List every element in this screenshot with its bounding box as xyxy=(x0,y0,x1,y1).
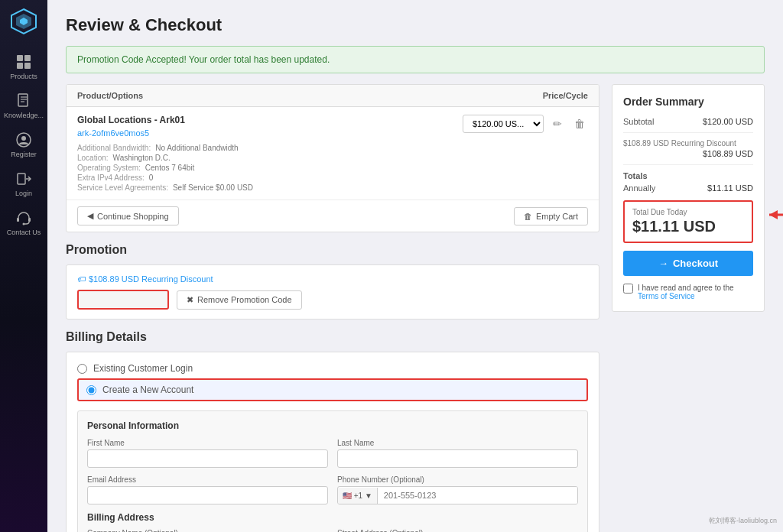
svg-point-17 xyxy=(23,223,25,225)
billing-title: Billing Details xyxy=(66,330,599,344)
promo-section: 🏷 $108.89 USD Recurring Discount ✖ Remov… xyxy=(66,264,599,320)
delete-button[interactable]: 🗑 xyxy=(571,116,588,131)
checkout-layout: Product/Options Price/Cycle Global Locat… xyxy=(66,84,765,532)
svg-rect-6 xyxy=(24,63,31,69)
annually-amount: $11.11 USD xyxy=(707,183,753,193)
tag-icon: 🏷 xyxy=(77,274,86,284)
logo[interactable] xyxy=(10,8,37,35)
phone-label: Phone Number (Optional) xyxy=(337,475,578,484)
promo-input-row: ✖ Remove Promotion Code xyxy=(77,290,588,310)
svg-rect-13 xyxy=(18,174,25,184)
sidebar-label-products: Products xyxy=(10,73,37,80)
email-group: Email Address xyxy=(87,475,328,504)
promo-banner: Promotion Code Accepted! Your order tota… xyxy=(66,46,765,73)
sidebar-label-knowledge: Knowledge... xyxy=(4,112,44,119)
checkout-left: Product/Options Price/Cycle Global Locat… xyxy=(66,84,599,532)
sidebar-label-contact: Contact Us xyxy=(7,229,41,236)
detail-ipv4: Extra IPv4 Address:0 xyxy=(77,174,253,182)
order-summary: Order Summary Subtotal $120.00 USD $108.… xyxy=(612,84,765,312)
price-select[interactable]: $120.00 US... xyxy=(463,115,544,133)
detail-sla: Service Level Agreements:Self Service $0… xyxy=(77,183,253,192)
discount-amount: $108.89 USD xyxy=(623,149,753,158)
first-name-label: First Name xyxy=(87,439,328,447)
edit-button[interactable]: ✏ xyxy=(550,116,565,131)
product-name: Global Locations - Ark01 xyxy=(77,115,253,125)
phone-input[interactable] xyxy=(378,487,577,504)
billing-section: Existing Customer Login Create a New Acc… xyxy=(66,352,599,532)
order-row-main: Global Locations - Ark01 ark-2ofm6ve0mos… xyxy=(77,115,588,192)
phone-group: Phone Number (Optional) 🇺🇸 +1 ▼ xyxy=(337,475,578,504)
sidebar-label-register: Register xyxy=(11,151,37,158)
total-due-label: Total Due Today xyxy=(632,208,744,216)
svg-rect-7 xyxy=(18,94,28,106)
sidebar-item-contact[interactable]: Contact Us xyxy=(0,203,47,242)
new-account-radio[interactable] xyxy=(86,385,96,395)
terms-link[interactable]: Terms of Service xyxy=(638,292,694,300)
contact-row: Email Address Phone Number (Optional) 🇺🇸… xyxy=(87,475,578,504)
headset-icon xyxy=(15,209,32,226)
table-header: Product/Options Price/Cycle xyxy=(67,85,599,107)
back-icon: ◀ xyxy=(87,211,93,221)
main-content: Review & Checkout Promotion Code Accepte… xyxy=(47,0,783,532)
terms-checkbox[interactable] xyxy=(623,284,633,294)
phone-flag: 🇺🇸 +1 ▼ xyxy=(338,488,378,504)
radio-options: Existing Customer Login Create a New Acc… xyxy=(77,363,588,401)
arrow-annotation xyxy=(765,203,783,229)
company-street-row: Company Name (Optional) Street Address (… xyxy=(87,529,578,532)
divider-2 xyxy=(623,164,753,165)
first-name-input[interactable] xyxy=(87,449,328,468)
continue-shopping-button[interactable]: ◀ Continue Shopping xyxy=(77,206,179,225)
order-actions: ◀ Continue Shopping 🗑 Empty Cart xyxy=(67,200,599,232)
total-due-box: Total Due Today $11.11 USD xyxy=(623,200,753,243)
detail-location: Location:Washington D.C. xyxy=(77,154,253,162)
empty-cart-button[interactable]: 🗑 Empty Cart xyxy=(514,207,588,225)
totals-label: Totals xyxy=(623,171,753,180)
last-name-input[interactable] xyxy=(337,449,578,468)
sidebar-item-knowledge[interactable]: Knowledge... xyxy=(0,86,47,125)
sidebar-item-login[interactable]: Login xyxy=(0,164,47,203)
last-name-group: Last Name xyxy=(337,439,578,468)
first-name-group: First Name xyxy=(87,439,328,468)
user-circle-icon xyxy=(15,131,32,148)
discount-block: $108.89 USD Recurring Discount $108.89 U… xyxy=(623,139,753,158)
sidebar: Products Knowledge... Register Login Con… xyxy=(0,0,47,532)
company-label: Company Name (Optional) xyxy=(87,529,328,532)
total-due-amount: $11.11 USD xyxy=(632,218,744,235)
book-icon xyxy=(15,92,32,109)
billing-address-title: Billing Address xyxy=(87,512,578,523)
svg-rect-16 xyxy=(28,218,31,222)
new-account-option[interactable]: Create a New Account xyxy=(77,378,588,401)
checkout-icon: → xyxy=(658,258,668,269)
email-input[interactable] xyxy=(87,486,328,504)
personal-info-section: Personal Information First Name Last Nam… xyxy=(77,410,588,532)
email-label: Email Address xyxy=(87,475,328,484)
subtotal-row: Subtotal $120.00 USD xyxy=(623,117,753,126)
checkout-button[interactable]: → Checkout xyxy=(623,251,753,276)
terms-row: I have read and agree to the Terms of Se… xyxy=(623,284,753,300)
remove-icon: ✖ xyxy=(187,295,193,305)
name-row: First Name Last Name xyxy=(87,439,578,468)
remove-promo-button[interactable]: ✖ Remove Promotion Code xyxy=(177,290,302,310)
detail-bandwidth: Additional Bandwidth:No Additional Bandw… xyxy=(77,144,253,152)
existing-customer-option[interactable]: Existing Customer Login xyxy=(77,363,588,374)
grid-icon xyxy=(15,54,32,70)
product-details: Additional Bandwidth:No Additional Bandw… xyxy=(77,144,253,192)
svg-rect-15 xyxy=(17,218,19,222)
table-row: Global Locations - Ark01 ark-2ofm6ve0mos… xyxy=(67,107,599,200)
existing-radio[interactable] xyxy=(77,364,87,374)
price-control: $120.00 US... ✏ 🗑 xyxy=(463,115,588,133)
promo-code-input[interactable] xyxy=(77,290,169,310)
last-name-label: Last Name xyxy=(337,439,578,447)
svg-marker-19 xyxy=(769,210,778,219)
subtotal-label: Subtotal xyxy=(623,117,654,126)
sidebar-item-products[interactable]: Products xyxy=(0,47,47,86)
sidebar-label-login: Login xyxy=(15,190,32,197)
svg-rect-5 xyxy=(17,63,23,69)
page-title: Review & Checkout xyxy=(66,15,765,35)
svg-rect-4 xyxy=(24,55,31,61)
order-table: Product/Options Price/Cycle Global Locat… xyxy=(66,84,599,232)
product-link[interactable]: ark-2ofm6ve0mos5 xyxy=(77,128,149,138)
promotion-title: Promotion xyxy=(66,243,599,257)
sidebar-item-register[interactable]: Register xyxy=(0,125,47,164)
login-icon xyxy=(15,170,32,187)
